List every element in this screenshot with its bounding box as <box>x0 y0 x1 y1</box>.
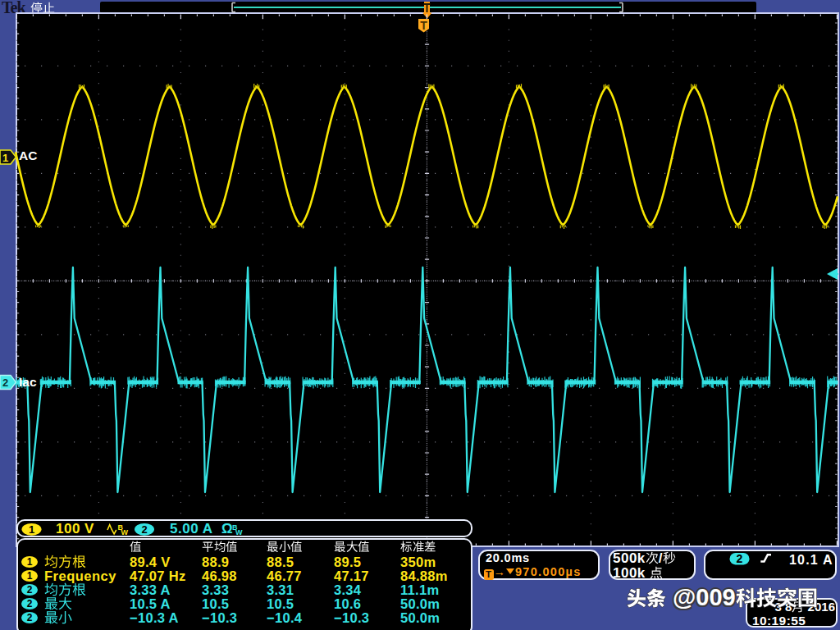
svg-text:1: 1 <box>2 152 8 164</box>
svg-text:2: 2 <box>2 377 8 389</box>
svg-text:T: T <box>420 19 427 32</box>
